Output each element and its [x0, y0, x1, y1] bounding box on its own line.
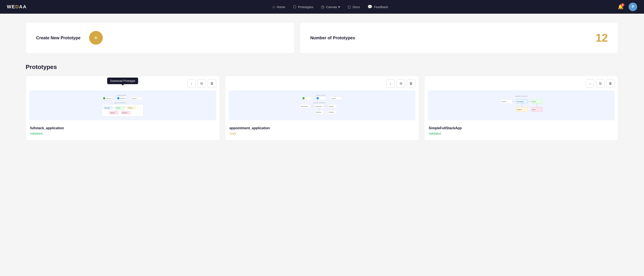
download-icon-2: ↓ [390, 82, 392, 86]
docs-icon: ◻ [348, 4, 351, 9]
svg-text:Appointment: Appointment [316, 106, 322, 107]
copy-icon-3: ⧉ [599, 82, 602, 86]
svg-point-5 [103, 97, 105, 99]
create-prototype-label: Create New Prototype [36, 36, 80, 40]
copy-button-1[interactable]: ⧉ [198, 79, 206, 88]
notification-button[interactable]: 🔔 1 [617, 3, 624, 10]
copy-icon-2: ⧉ [400, 82, 402, 86]
proto-card-body-2: appointment_application Draft [225, 123, 419, 140]
tooltip-download: Download Prototype [107, 78, 138, 84]
svg-text:Service A: Service A [106, 98, 111, 99]
proto-name-1: fullstack_application [30, 126, 216, 130]
nav-links: ⌂ Home ⬡ Prototypes ◷ Canvas ▾ ◻ Docs 💬 … [44, 4, 617, 9]
nav-right: 🔔 1 P [617, 2, 637, 11]
svg-text:App Frontend: App Frontend [301, 106, 308, 107]
svg-text:application architecture: application architecture [313, 102, 326, 104]
proto-diagram-2: common services Service application arch… [229, 90, 416, 120]
svg-text:Gateway: Gateway [128, 107, 133, 108]
prototypes-icon: ⬡ [293, 4, 296, 9]
svg-text:Frontend: Frontend [502, 101, 506, 102]
prototype-count-card: Number of Prototypes 12 [300, 22, 618, 54]
proto-status-2: Draft [230, 132, 415, 135]
copy-button-2[interactable]: ⧉ [396, 79, 405, 88]
svg-text:Module B: Module B [122, 112, 127, 114]
svg-point-32 [316, 97, 319, 99]
download-icon-3: ↓ [589, 82, 591, 86]
create-prototype-button[interactable]: + [89, 31, 103, 45]
delete-icon-3: 🗑 [609, 82, 612, 86]
nav-canvas[interactable]: ◷ Canvas [321, 4, 337, 9]
avatar[interactable]: P [628, 2, 637, 11]
svg-text:Database: Database [517, 109, 522, 110]
navbar: WEDAA ⌂ Home ⬡ Prototypes ◷ Canvas ▾ ◻ D… [0, 0, 644, 14]
svg-text:Service B: Service B [120, 98, 126, 99]
delete-button-2[interactable]: 🗑 [407, 79, 415, 88]
feedback-icon: 💬 [368, 4, 372, 9]
download-button-3[interactable]: ↓ [586, 79, 594, 88]
proto-diagram-1: common services Service A Service B Serv… [29, 90, 216, 120]
download-icon-1: ↓ [190, 82, 192, 86]
canvas-icon: ◷ [321, 4, 324, 9]
svg-text:application architecture: application architecture [114, 102, 126, 104]
delete-icon-2: 🗑 [410, 82, 413, 86]
svg-text:Cache: Cache [532, 109, 536, 110]
top-cards: Create New Prototype + Number of Prototy… [26, 22, 618, 54]
svg-text:Module A: Module A [110, 112, 115, 114]
proto-card-body-3: SimpleFullStackApp Validated [424, 123, 618, 140]
proto-diagram-3: application architecture Frontend API Ga… [428, 90, 615, 120]
svg-text:Service C: Service C [132, 98, 137, 99]
nav-feedback-label: Feedback [374, 5, 388, 9]
tooltip-container: Download Prototype [107, 78, 138, 84]
nav-home-label: Home [277, 5, 285, 9]
proto-status-3: Validated [428, 132, 614, 135]
nav-feedback[interactable]: 💬 Feedback [368, 4, 388, 9]
svg-point-7 [117, 97, 120, 99]
svg-text:Service: Service [116, 107, 120, 108]
svg-text:common services: common services [316, 95, 325, 96]
proto-card-simple: ↓ ⧉ 🗑 application architecture Frontend … [424, 76, 618, 140]
home-icon: ⌂ [273, 5, 275, 9]
svg-text:App Layer: App Layer [104, 107, 110, 108]
proto-image-1: common services Service A Service B Serv… [29, 90, 216, 120]
proto-status-1: Validated [30, 132, 216, 135]
proto-image-2: common services Service application arch… [229, 90, 416, 120]
proto-name-3: SimpleFullStackApp [428, 126, 614, 130]
delete-button-1[interactable]: 🗑 [208, 79, 216, 88]
copy-button-3[interactable]: ⧉ [596, 79, 604, 88]
nav-canvas-label: Canvas [326, 5, 337, 9]
delete-button-3[interactable]: 🗑 [606, 79, 615, 88]
proto-name-2: appointment_application [230, 126, 415, 130]
create-prototype-card[interactable]: Create New Prototype + [26, 22, 295, 54]
proto-card-header-3: ↓ ⧉ 🗑 [424, 76, 618, 88]
prototypes-section-title: Prototypes [26, 64, 618, 70]
svg-text:application architecture: application architecture [515, 96, 528, 97]
proto-image-3: application architecture Frontend API Ga… [428, 90, 615, 120]
main-content: Create New Prototype + Number of Prototy… [0, 14, 644, 149]
canvas-chevron-icon[interactable]: ▾ [338, 5, 340, 9]
svg-text:Backend: Backend [329, 106, 333, 107]
proto-card-fullstack: Download Prototype ↓ ⧉ 🗑 common services [26, 76, 220, 140]
svg-text:common services: common services [117, 95, 126, 96]
copy-icon-1: ⧉ [200, 82, 203, 86]
svg-text:API Gateway: API Gateway [517, 101, 524, 102]
delete-icon-1: 🗑 [210, 82, 214, 86]
plus-icon: + [94, 34, 98, 42]
proto-card-appointment: ↓ ⧉ 🗑 common services Ser [225, 76, 419, 140]
nav-prototypes[interactable]: ⬡ Prototypes [293, 4, 314, 9]
notification-badge: 1 [621, 3, 624, 6]
svg-text:Service: Service [332, 98, 335, 99]
prototypes-grid: Download Prototype ↓ ⧉ 🗑 common services [26, 76, 618, 140]
nav-canvas-group: ◷ Canvas ▾ [321, 4, 340, 9]
svg-text:Notification: Notification [316, 112, 321, 113]
app-logo[interactable]: WEDAA [7, 4, 27, 10]
nav-docs-label: Docs [352, 5, 360, 9]
nav-docs[interactable]: ◻ Docs [348, 4, 360, 9]
prototype-count-label: Number of Prototypes [310, 36, 355, 40]
download-button-1[interactable]: ↓ [187, 79, 196, 88]
proto-card-header-2: ↓ ⧉ 🗑 [225, 76, 419, 88]
nav-home[interactable]: ⌂ Home [273, 5, 285, 9]
download-button-2[interactable]: ↓ [386, 79, 395, 88]
prototype-count-value: 12 [596, 32, 608, 44]
svg-text:Database: Database [329, 112, 334, 113]
svg-text:Service: Service [532, 101, 536, 102]
